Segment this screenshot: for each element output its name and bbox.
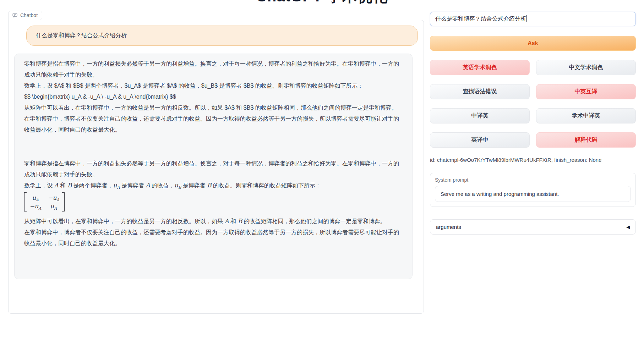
question-input[interactable]: 什么是零和博弈？结合公式介绍分析 xyxy=(430,12,636,26)
bot-paragraph: $$ \begin{bmatrix} u_A & -u_A \ -u_A & u… xyxy=(24,91,402,102)
bot-paragraph: 从矩阵中可以看出，在零和博弈中，一方的收益是另一方的相反数。所以，如果 A 和 … xyxy=(24,216,402,227)
chatbot-label: Chatbot xyxy=(8,11,42,20)
arguments-accordion[interactable]: arguments ◀ xyxy=(430,219,636,235)
arguments-accordion-label: arguments xyxy=(436,224,461,230)
bot-paragraph: 在零和博弈中，博弈者不仅要关注自己的收益，还需要考虑对手的收益。因为一方取得的收… xyxy=(24,113,402,135)
quick-button[interactable]: 英译中 xyxy=(430,132,530,148)
question-input-value: 什么是零和博弈？结合公式介绍分析 xyxy=(435,16,526,22)
quick-buttons-grid: 英语学术润色中文学术润色查找语法错误中英互译中译英学术中译英英译中解释代码 xyxy=(430,60,636,148)
quick-button[interactable]: 中译英 xyxy=(430,108,530,123)
system-prompt-label: System prompt xyxy=(435,177,631,183)
bot-message-bubble: 零和博弈是指在博弈中，一方的利益损失必然等于另一方的利益增益。换言之，对于每一种… xyxy=(14,54,413,279)
controls-column: 什么是零和博弈？结合公式介绍分析 Ask 英语学术润色中文学术润色查找语法错误中… xyxy=(430,12,636,235)
quick-button[interactable]: 中英互译 xyxy=(536,84,636,99)
system-prompt-input[interactable] xyxy=(435,186,631,202)
chat-bubble-icon xyxy=(12,12,18,18)
quick-button[interactable]: 中文学术润色 xyxy=(536,60,636,75)
text-caret xyxy=(526,15,527,22)
chevron-collapsed-icon: ◀ xyxy=(626,224,630,230)
bot-matrix: uA−uA−uAuA xyxy=(24,192,402,215)
user-message-text: 什么是零和博弈？结合公式介绍分析 xyxy=(36,32,127,38)
quick-button[interactable]: 查找语法错误 xyxy=(430,84,530,99)
bot-paragraph: 在零和博弈中，博弈者不仅要关注自己的收益，还需要考虑对手的收益。因为一方取得的收… xyxy=(24,227,402,249)
quick-button[interactable]: 学术中译英 xyxy=(536,108,636,123)
status-line: id: chatcmpl-6wOo7KrYTwMl89lbrMWRu4UkFFX… xyxy=(430,157,636,163)
quick-button[interactable]: 英语学术润色 xyxy=(430,60,530,75)
bot-paragraph: 数学上，设 A 和 B 是两个博弈者，uA 是博弈者 A 的收益，uB 是博弈者… xyxy=(24,180,402,191)
bot-message-raw: 零和博弈是指在博弈中，一方的利益损失必然等于另一方的利益增益。换言之，对于每一种… xyxy=(24,58,402,135)
chatbot-panel[interactable]: 什么是零和博弈？结合公式介绍分析 零和博弈是指在博弈中，一方的利益损失必然等于另… xyxy=(8,20,424,314)
quick-button[interactable]: 解释代码 xyxy=(536,132,636,148)
bot-paragraph: 从矩阵中可以看出，在零和博弈中，一方的收益是另一方的相反数。所以，如果 $A$ … xyxy=(24,102,402,113)
user-message-bubble: 什么是零和博弈？结合公式介绍分析 xyxy=(26,26,418,46)
bot-paragraph: 零和博弈是指在博弈中，一方的利益损失必然等于另一方的利益增益。换言之，对于每一种… xyxy=(24,58,402,80)
page-title: ChatGPT 学术优化 xyxy=(0,0,644,5)
chatbot-column: Chatbot 什么是零和博弈？结合公式介绍分析 零和博弈是指在博弈中，一方的利… xyxy=(8,11,424,314)
bot-paragraph: 数学上，设 $A$ 和 $B$ 是两个博弈者，$u_A$ 是博弈者 $A$ 的收… xyxy=(24,80,402,91)
system-prompt-card: System prompt xyxy=(430,173,636,207)
bot-message-rendered: 零和博弈是指在博弈中，一方的利益损失必然等于另一方的利益增益。换言之，对于每一种… xyxy=(24,158,402,249)
page-title-clipped: ChatGPT 学术优化 xyxy=(0,0,644,5)
ask-button[interactable]: Ask xyxy=(430,36,636,51)
bot-paragraph: 零和博弈是指在博弈中，一方的利益损失必然等于另一方的利益增益。换言之，对于每一种… xyxy=(24,158,402,180)
chatbot-label-text: Chatbot xyxy=(20,12,38,18)
